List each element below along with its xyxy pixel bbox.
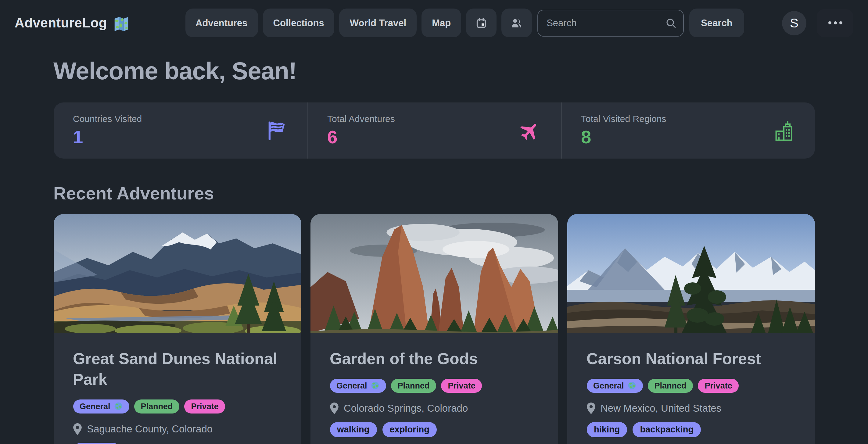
- welcome-heading: Welcome back, Sean!: [53, 57, 815, 85]
- badge-label: General: [593, 381, 624, 390]
- stat-value: 1: [73, 127, 142, 148]
- snowy-mountains-photo[interactable]: [567, 214, 815, 333]
- badge-private: Private: [441, 379, 482, 393]
- badge-private: Private: [698, 379, 739, 393]
- badge-row: General Planned Private: [330, 379, 538, 393]
- stat-label: Total Adventures: [327, 114, 395, 124]
- adventure-title-link[interactable]: Great Sand Dunes National Park: [73, 349, 281, 390]
- badge-planned: Planned: [391, 379, 436, 393]
- stat-label: Total Visited Regions: [581, 114, 666, 124]
- card-body: Garden of the Gods General Planned: [310, 333, 558, 444]
- badge-row: General Planned Private: [73, 399, 281, 413]
- stat-total-adventures: Total Adventures 6: [307, 102, 561, 159]
- stat-total-visited-regions: Total Visited Regions 8: [561, 102, 815, 159]
- search-button[interactable]: Search: [689, 8, 744, 37]
- avatar-initial: S: [790, 15, 799, 30]
- badge-planned: Planned: [648, 379, 693, 393]
- card-body: Carson National Forest General Planned: [567, 333, 815, 444]
- tag-row: walking exploring: [330, 422, 538, 437]
- badge-general: General: [73, 399, 129, 413]
- earth-icon: [371, 381, 379, 390]
- nav-button-adventures[interactable]: Adventures: [185, 8, 258, 37]
- main-content: Welcome back, Sean! Countries Visited 1 …: [53, 57, 815, 444]
- adventure-title-link[interactable]: Garden of the Gods: [330, 349, 538, 370]
- location-row: Colorado Springs, Colorado: [330, 403, 538, 414]
- badge-general: General: [587, 379, 643, 393]
- location-pin-icon: [73, 423, 82, 435]
- calendar-icon: [475, 17, 487, 29]
- badge-row: General Planned Private: [587, 379, 795, 393]
- stat-countries-visited: Countries Visited 1: [53, 102, 307, 159]
- location-text: Colorado Springs, Colorado: [344, 403, 468, 414]
- location-row: New Mexico, United States: [587, 403, 795, 414]
- badge-private: Private: [185, 399, 225, 413]
- adventure-grid: Great Sand Dunes National Park General: [53, 214, 815, 444]
- stats-panel: Countries Visited 1 Total Adventures 6: [53, 102, 815, 159]
- sand-dunes-photo[interactable]: [53, 214, 301, 333]
- card-body: Great Sand Dunes National Park General: [53, 333, 301, 444]
- tag-row: walking: [73, 442, 281, 444]
- adventure-card-garden-of-the-gods[interactable]: Garden of the Gods General Planned: [310, 214, 558, 444]
- more-menu-button[interactable]: [817, 9, 854, 37]
- adventure-card-carson-national-forest[interactable]: Carson National Forest General Planned: [567, 214, 815, 444]
- adventure-card-great-sand-dunes[interactable]: Great Sand Dunes National Park General: [53, 214, 301, 444]
- tag-hiking: hiking: [587, 422, 627, 437]
- adventure-title-link[interactable]: Carson National Forest: [587, 349, 795, 370]
- search-input[interactable]: [537, 9, 684, 36]
- city-icon: [772, 119, 795, 142]
- nav-button-collections[interactable]: Collections: [263, 8, 335, 37]
- users-icon: [510, 17, 523, 29]
- map-emoji-icon: [113, 15, 129, 31]
- tag-walking: walking: [330, 422, 377, 437]
- nav-button-world-travel[interactable]: World Travel: [339, 8, 417, 37]
- badge-general: General: [330, 379, 386, 393]
- users-button[interactable]: [501, 8, 532, 37]
- location-text: Saguache County, Colorado: [87, 423, 213, 435]
- navbar: AdventureLog Adventures Collections Worl…: [0, 0, 868, 37]
- ellipsis-icon: [828, 21, 842, 24]
- section-heading: Recent Adventures: [53, 184, 815, 204]
- tag-row: hiking backpacking: [587, 422, 795, 437]
- stat-value: 8: [581, 127, 666, 148]
- tag-walking: walking: [73, 442, 120, 444]
- brand[interactable]: AdventureLog: [14, 15, 129, 31]
- search-wrap: [537, 9, 684, 36]
- avatar[interactable]: S: [782, 11, 806, 35]
- location-text: New Mexico, United States: [600, 403, 721, 414]
- badge-label: General: [80, 402, 111, 411]
- location-pin-icon: [587, 403, 595, 414]
- red-rock-spires-photo[interactable]: [310, 214, 558, 333]
- stat-label: Countries Visited: [73, 114, 142, 124]
- search-icon: [665, 18, 677, 28]
- tag-exploring: exploring: [382, 422, 437, 437]
- calendar-button[interactable]: [466, 8, 497, 37]
- flag-icon: [265, 119, 288, 142]
- brand-title: AdventureLog: [14, 15, 107, 31]
- earth-icon: [114, 402, 123, 410]
- nav-button-map[interactable]: Map: [422, 8, 461, 37]
- earth-icon: [628, 381, 636, 390]
- tag-backpacking: backpacking: [632, 422, 701, 437]
- location-pin-icon: [330, 403, 338, 414]
- airplane-icon: [518, 119, 541, 142]
- stat-value: 6: [327, 127, 395, 148]
- adventurelog-app: AdventureLog Adventures Collections Worl…: [0, 0, 868, 444]
- badge-planned: Planned: [134, 399, 180, 413]
- nav-links: Adventures Collections World Travel Map: [185, 8, 532, 37]
- badge-label: General: [336, 381, 367, 390]
- location-row: Saguache County, Colorado: [73, 423, 281, 435]
